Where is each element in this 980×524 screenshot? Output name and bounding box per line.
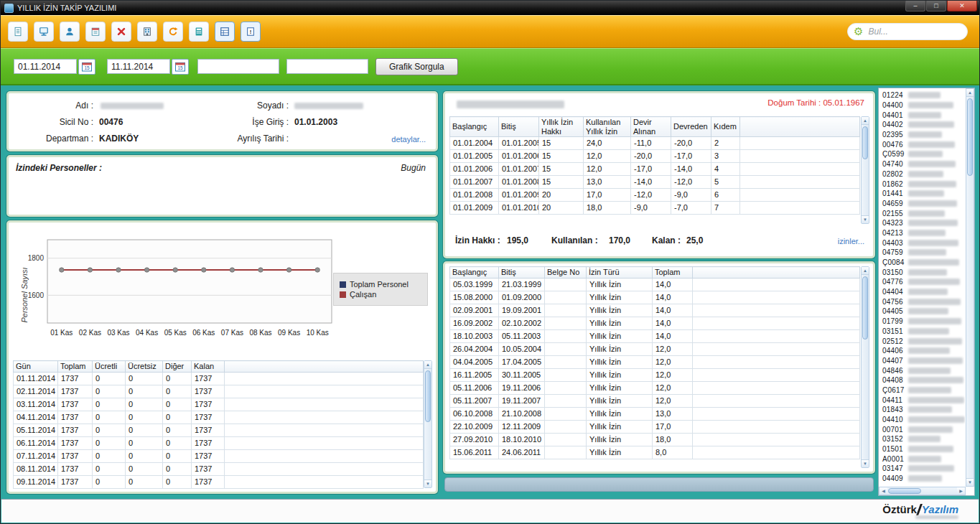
personnel-item[interactable]: 04402: [879, 120, 965, 130]
personnel-item[interactable]: 02512: [879, 336, 965, 346]
minimize-button[interactable]: –: [905, 1, 925, 11]
table-row[interactable]: 05.11.200719.11.2007Yıllık İzin12,0: [450, 394, 860, 407]
date-to-calendar-button[interactable]: 15: [172, 59, 189, 75]
personnel-item[interactable]: 04407: [879, 356, 965, 366]
table-row[interactable]: 16.09.200202.10.2002Yıllık İzin14,0: [450, 317, 860, 329]
column-header[interactable]: Kıdem: [711, 117, 740, 137]
table-row[interactable]: 18.10.200305.11.2003Yıllık İzin14,0: [450, 329, 860, 342]
table-row[interactable]: 05.11.201417370001737: [14, 424, 424, 436]
info-button[interactable]: !: [241, 22, 261, 42]
scroll-down-icon[interactable]: ▼: [966, 478, 974, 486]
table-row[interactable]: 16.11.200530.11.2005Yıllık İzin12,0: [450, 368, 860, 381]
personnel-item[interactable]: 03152: [879, 434, 965, 444]
scroll-thumb[interactable]: [862, 126, 868, 159]
personnel-item[interactable]: Ç0617: [879, 385, 965, 396]
card-view-button[interactable]: [215, 22, 235, 42]
daily-table-scrollbar[interactable]: ▲ ▼: [424, 360, 432, 488]
search-input[interactable]: [867, 26, 951, 37]
personnel-item[interactable]: 02155: [879, 208, 965, 218]
personnel-item[interactable]: Ç0599: [879, 149, 965, 159]
personnel-item[interactable]: 04740: [879, 159, 965, 169]
table-row[interactable]: 01.01.200701.01.20081513,0-14,0-12,05: [450, 176, 860, 189]
personnel-item[interactable]: 02802: [879, 169, 965, 179]
column-header[interactable]: Ücretsiz: [126, 361, 163, 373]
personnel-item[interactable]: 04776: [879, 277, 965, 287]
table-row[interactable]: 02.11.201417370001737: [14, 385, 424, 398]
personnel-item[interactable]: 04323: [879, 218, 965, 228]
delete-button[interactable]: [111, 22, 131, 42]
refresh-button[interactable]: [163, 22, 183, 42]
table-row[interactable]: 01.01.200401.01.20051524,0-11,0-20,02: [450, 137, 860, 150]
personnel-item[interactable]: 04410: [879, 415, 965, 425]
graph-query-button[interactable]: Grafik Sorgula: [375, 58, 458, 75]
filter-input-4[interactable]: [286, 59, 368, 74]
history-table-scrollbar[interactable]: ▲ ▼: [861, 266, 869, 468]
personnel-item[interactable]: 00701: [879, 424, 965, 434]
column-header[interactable]: Başlangıç: [450, 117, 499, 137]
column-header[interactable]: Ücretli: [93, 361, 126, 373]
column-header[interactable]: Bitiş: [499, 117, 539, 137]
notebook-button[interactable]: [85, 22, 106, 42]
personnel-button[interactable]: [60, 22, 80, 42]
details-link[interactable]: detaylar...: [391, 135, 426, 144]
column-header[interactable]: Devreden: [671, 117, 711, 137]
company-button[interactable]: [137, 22, 157, 42]
table-row[interactable]: 04.04.200517.04.2005Yıllık İzin12,0: [450, 355, 860, 368]
date-from-calendar-button[interactable]: 15: [78, 59, 95, 75]
column-header[interactable]: Devir Alınan: [631, 117, 671, 137]
scroll-down-icon[interactable]: ▼: [862, 459, 869, 467]
column-header[interactable]: Yıllık İzin Hakkı: [539, 117, 584, 137]
table-row[interactable]: 02.09.200119.09.2001Yıllık İzin14,0: [450, 304, 860, 317]
personnel-item[interactable]: 04403: [879, 238, 965, 248]
personnel-item[interactable]: 04400: [879, 100, 965, 111]
personnel-item[interactable]: 04406: [879, 346, 965, 356]
personnel-item[interactable]: 04846: [879, 365, 965, 375]
personnel-item[interactable]: 01862: [879, 179, 965, 189]
computer-button[interactable]: [34, 22, 54, 42]
table-row[interactable]: 05.03.199921.03.1999Yıllık İzin14,0: [450, 278, 860, 291]
scroll-thumb[interactable]: [967, 98, 973, 176]
personnel-item[interactable]: 04759: [879, 248, 965, 258]
table-row[interactable]: 27.09.201018.10.2010Yıllık İzin18,0: [450, 433, 860, 446]
table-row[interactable]: 05.11.200619.11.2006Yıllık İzin12,0: [450, 381, 860, 394]
personnel-item[interactable]: 04409: [879, 474, 965, 484]
table-row[interactable]: 09.11.201417370001737: [14, 475, 424, 488]
scroll-thumb[interactable]: [425, 370, 431, 422]
column-header[interactable]: Başlangıç: [450, 267, 499, 279]
column-header[interactable]: İzin Türü: [587, 267, 653, 279]
date-from-input[interactable]: [14, 59, 77, 74]
filter-input-3[interactable]: [197, 59, 279, 74]
table-row[interactable]: 01.11.201417370001737: [14, 372, 424, 385]
column-header[interactable]: Gün: [14, 361, 58, 373]
column-header[interactable]: Kullanılan Yıllık İzin: [584, 117, 631, 137]
personnel-item[interactable]: 04404: [879, 287, 965, 297]
scroll-down-icon[interactable]: ▼: [424, 479, 431, 487]
column-header[interactable]: Kalan: [192, 361, 225, 373]
personnel-item[interactable]: 04411: [879, 395, 965, 405]
scroll-up-icon[interactable]: ▲: [966, 89, 974, 97]
table-row[interactable]: 07.11.201417370001737: [14, 449, 424, 462]
scroll-left-icon[interactable]: ◀: [879, 487, 887, 495]
table-row[interactable]: 01.01.200501.01.20061512,0-20,0-17,03: [450, 150, 860, 163]
table-row[interactable]: 08.11.201417370001737: [14, 462, 424, 475]
personnel-item[interactable]: 04405: [879, 307, 965, 317]
personnel-item[interactable]: 04213: [879, 228, 965, 238]
rights-table-scrollbar[interactable]: ▲ ▼: [861, 116, 869, 224]
table-row[interactable]: 01.01.200601.01.20071512,0-17,0-14,04: [450, 163, 860, 176]
column-header[interactable]: Bitiş: [499, 267, 545, 279]
personnel-item[interactable]: 01843: [879, 405, 965, 415]
personnel-item[interactable]: 03151: [879, 327, 965, 337]
column-header[interactable]: Toplam: [653, 267, 693, 279]
personnel-item[interactable]: 04401: [879, 110, 965, 120]
personnel-item[interactable]: 03147: [879, 464, 965, 474]
personnel-item[interactable]: 04408: [879, 375, 965, 385]
table-row[interactable]: 15.06.201124.06.2011Yıllık İzin8,0: [450, 446, 860, 459]
table-row[interactable]: 22.10.200912.11.2009Yıllık İzin17,0: [450, 420, 860, 433]
scroll-thumb[interactable]: [888, 488, 921, 494]
izinler-link[interactable]: izinler...: [838, 237, 864, 245]
personnel-item[interactable]: A0001: [879, 454, 965, 464]
table-row[interactable]: 03.11.201417370001737: [14, 398, 424, 411]
personnel-item[interactable]: 03150: [879, 267, 965, 277]
report-button[interactable]: [8, 22, 28, 42]
personnel-item[interactable]: 02395: [879, 130, 965, 140]
